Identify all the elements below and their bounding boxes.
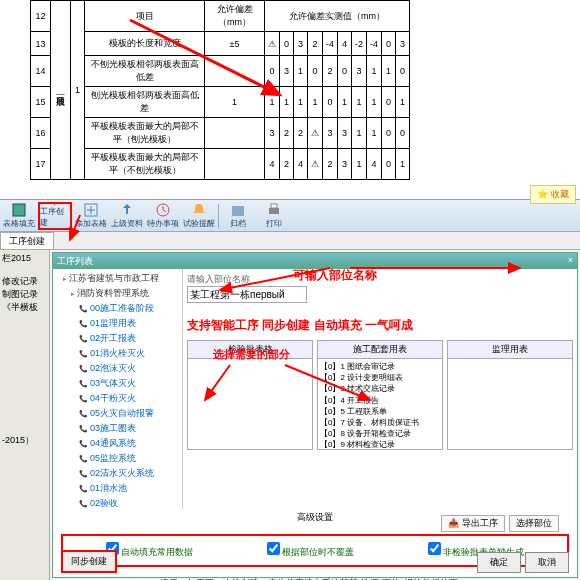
dialog-title: 工序列表: [57, 255, 93, 267]
opt-autofill[interactable]: 自动填充常用数据: [106, 542, 194, 559]
ribbon-print[interactable]: 打印: [257, 202, 291, 230]
doc-tabs: 工序创建: [0, 232, 580, 250]
left-rail: 栏2015 修改记录 制图记录 《半横板 -2015）: [0, 250, 50, 580]
ribbon-upper[interactable]: 上级资料: [110, 202, 144, 230]
ribbon-fill[interactable]: 表格填充: [2, 202, 36, 230]
close-icon[interactable]: ×: [568, 255, 573, 267]
ribbon-create-process[interactable]: 工序创建: [38, 202, 72, 230]
anno-input: 可输入部位名称: [293, 267, 377, 284]
box-supervision[interactable]: 监理用表: [447, 340, 573, 450]
spec-table-area: 12一般项目1项目允许偏差（mm）允许偏差实测值（mm） 13模板的长度和宽度±…: [0, 0, 580, 200]
spec-table: 12一般项目1项目允许偏差（mm）允许偏差实测值（mm） 13模板的长度和宽度±…: [30, 0, 410, 180]
ribbon-toolbar: 表格填充 工序创建 添加表格 上级资料 特办事项 试验提醒 归档 打印: [0, 200, 580, 232]
anno-select: 选择需要的部分: [213, 347, 290, 362]
favorite-badge[interactable]: ⭐ 收藏: [530, 185, 576, 204]
svg-rect-0: [13, 204, 25, 216]
cancel-button[interactable]: 取消: [525, 552, 569, 573]
ribbon-archive[interactable]: 归档: [221, 202, 255, 230]
select-part-btn[interactable]: 选择部位: [509, 515, 559, 532]
sync-create-button[interactable]: 同步创建: [61, 550, 117, 573]
ribbon-add-table[interactable]: 添加表格: [74, 202, 108, 230]
ribbon-pending[interactable]: 特办事项: [146, 202, 180, 230]
box-construction[interactable]: 施工配套用表 【0】1 图纸会审记录【0】2 设计变更明细表【0】3 技术交底记…: [317, 340, 443, 450]
hint-text: 提示：如果不一次性创建，表格将直接在系统某某"选项"下的"报检单标签页"。: [53, 575, 577, 580]
part-name-input[interactable]: [187, 286, 307, 303]
process-dialog: 工序列表× 📤 导出工序选择部位 江苏省建筑与市政工程 消防资料管理系统 00施…: [52, 252, 578, 578]
project-tree[interactable]: 江苏省建筑与市政工程 消防资料管理系统 00施工准备阶段 01监理用表 02开工…: [53, 269, 183, 509]
opt-nooverwrite[interactable]: 根据部位时不覆盖: [267, 542, 355, 559]
svg-rect-6: [269, 208, 279, 214]
anno-features: 支持智能工序 同步创建 自动填充 一气呵成: [187, 317, 573, 334]
svg-rect-7: [271, 204, 277, 208]
export-btn[interactable]: 📤 导出工序: [441, 515, 505, 532]
ok-button[interactable]: 确定: [477, 552, 521, 573]
tab-process[interactable]: 工序创建: [0, 232, 54, 249]
svg-rect-5: [232, 206, 244, 216]
ribbon-remind[interactable]: 试验提醒: [182, 202, 216, 230]
